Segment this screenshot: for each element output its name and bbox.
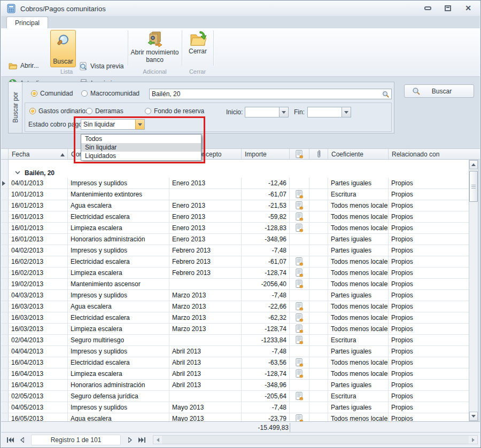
cerrar-button[interactable]: Cerrar [183, 30, 212, 55]
radio-icon [86, 108, 92, 114]
cell-coeficiente: Escritura [328, 335, 389, 346]
row-indicator-cell [1, 245, 9, 256]
cell-document [290, 380, 309, 391]
cell-document [290, 290, 309, 301]
vertical-scrollbar-thumb[interactable] [469, 171, 478, 202]
radio-gastos-ordinarios[interactable]: Gastos ordinarios [29, 107, 89, 115]
scroll-up-button[interactable] [469, 160, 478, 169]
cell-importe: -128,74 [242, 268, 290, 279]
table-row[interactable]: 16/01/2013 Honorarios administración Ene… [1, 234, 469, 245]
minimize-button[interactable] [423, 4, 432, 12]
next-record-button[interactable] [124, 435, 136, 445]
table-row[interactable]: 04/03/2013 Impresos y suplidos Marzo 201… [1, 290, 469, 301]
cell-concepto: Electricidad escalera [68, 256, 169, 268]
table-row[interactable]: 16/03/2013 Agua escalera Marzo 2013 -22,… [1, 301, 469, 312]
last-record-button[interactable] [136, 435, 148, 445]
abrir-movimiento-banco-button[interactable]: Abrir movimiento banco [129, 30, 181, 64]
table-row[interactable]: 16/01/2013 Electricidad escalera Enero 2… [1, 211, 469, 223]
table-row[interactable]: 04/05/2013 Impresos y suplidos Mayo 2013… [1, 402, 469, 413]
table-row[interactable]: 16/03/2013 Electricidad escalera Marzo 2… [1, 312, 469, 324]
fin-date-combo[interactable] [307, 107, 351, 117]
radio-fondo-reserva[interactable]: Fondo de reserva [145, 107, 204, 115]
close-icon: ✕ [465, 4, 471, 12]
buscar-ribbon-button[interactable]: Buscar [50, 30, 76, 67]
cell-relacionado: Propios [389, 346, 469, 357]
cell-importe: -128,74 [242, 324, 290, 335]
fin-dropdown-button[interactable] [342, 107, 351, 117]
cell-document [290, 391, 309, 402]
table-row[interactable]: 04/04/2013 Impresos y suplidos Abril 201… [1, 346, 469, 357]
cell-relacionado: Propios [389, 256, 469, 268]
app-window: Cobros/Pagos comunitarios ✕ Principal Ab… [0, 0, 481, 448]
radio-macrocomunidad[interactable]: Macrocomunidad [81, 90, 139, 97]
dropdown-item[interactable]: Sin liquidar [81, 143, 201, 152]
cell-attachment [309, 324, 328, 335]
vertical-scrollbar[interactable] [469, 160, 478, 421]
radio-derramas[interactable]: Derramas [86, 107, 123, 115]
close-button[interactable]: ✕ [464, 4, 472, 12]
table-row[interactable]: 04/02/2013 Impresos y suplidos Febrero 2… [1, 245, 469, 256]
previous-record-button[interactable] [16, 435, 28, 445]
cell-relacionado: Propios [389, 245, 469, 256]
header-importe[interactable]: Importe [242, 149, 290, 159]
header-attachment-column[interactable] [309, 149, 328, 159]
inicio-dropdown-button[interactable] [279, 107, 288, 117]
cell-coeficiente: Todos menos locales [328, 357, 389, 368]
cell-coeficiente: Partes iguales [328, 346, 389, 357]
collapse-chevron-icon[interactable] [15, 171, 20, 175]
header-filler [469, 149, 480, 159]
estado-dropdown-button[interactable] [135, 120, 144, 129]
horizontal-scrollbar[interactable] [153, 435, 478, 444]
table-row[interactable]: 16/04/2013 Honorarios administración Abr… [1, 380, 469, 391]
first-record-button[interactable] [4, 435, 16, 445]
table-row[interactable]: 16/03/2013 Limpieza escalera Marzo 2013 … [1, 324, 469, 335]
table-row[interactable]: 16/01/2013 Agua escalera Enero 2013 -21,… [1, 200, 469, 211]
header-document-column[interactable] [290, 149, 309, 159]
header-relacionado-con[interactable]: Relacionado con [389, 149, 469, 159]
cell-attachment [309, 391, 328, 402]
estado-combo[interactable]: Sin liquidar [81, 119, 145, 130]
cell-concepto: Mantenimiento ascensor [68, 279, 169, 290]
invoice-icon [296, 302, 304, 311]
cell-document [290, 324, 309, 335]
group-row[interactable]: Bailén, 20 [1, 168, 469, 178]
grid-header: Fecha Concepto Mes en concepto Importe C… [1, 148, 480, 160]
cell-relacionado: Propios [389, 200, 469, 211]
row-indicator-cell [1, 256, 9, 268]
cell-concepto: Honorarios administración [68, 234, 169, 245]
table-row[interactable]: 16/02/2013 Electricidad escalera Febrero… [1, 256, 469, 268]
radio-icon [145, 108, 151, 114]
header-coeficiente[interactable]: Coeficiente [328, 149, 389, 159]
table-row[interactable]: 16/01/2013 Limpieza escalera Enero 2013 … [1, 223, 469, 234]
table-row[interactable]: 10/01/2013 Mantenimiento extintores -61,… [1, 189, 469, 200]
community-input[interactable]: Bailén, 20 [149, 89, 392, 99]
next-record-icon [128, 437, 132, 443]
table-row[interactable]: 02/04/2013 Seguro multiriesgo -1233,84 E… [1, 335, 469, 346]
scroll-left-button[interactable] [153, 436, 162, 444]
cell-coeficiente: Partes iguales [328, 380, 389, 391]
table-row[interactable]: 16/05/2013 Agua escalera Mayo 2013 -23,7… [1, 413, 469, 421]
table-row[interactable]: 19/02/2013 Mantenimiento ascensor -2056,… [1, 279, 469, 290]
tab-principal[interactable]: Principal [6, 17, 48, 29]
scroll-down-button[interactable] [469, 412, 478, 421]
table-row[interactable]: 16/02/2013 Limpieza escalera Febrero 201… [1, 268, 469, 279]
buscar-panel-button[interactable]: Buscar [404, 84, 474, 98]
inicio-date-combo[interactable] [245, 107, 289, 117]
radio-comunidad[interactable]: Comunidad [31, 90, 73, 97]
table-row[interactable]: 16/04/2013 Electricidad escalera Abril 2… [1, 357, 469, 368]
table-row[interactable]: 16/04/2013 Limpieza escalera Abril 2013 … [1, 368, 469, 380]
table-row[interactable]: 04/01/2013 Impresos y suplidos Enero 201… [1, 178, 469, 189]
cell-mes: Abril 2013 [169, 368, 242, 380]
table-row[interactable]: 02/05/2013 Seguro defensa jurídica -205,… [1, 391, 469, 402]
cell-attachment [309, 178, 328, 189]
maximize-button[interactable] [444, 4, 452, 12]
header-fecha[interactable]: Fecha [9, 149, 68, 159]
cell-mes: Enero 2013 [169, 200, 242, 211]
cell-mes: Mayo 2013 [169, 402, 242, 413]
scroll-right-button[interactable] [469, 436, 477, 444]
cell-mes: Abril 2013 [169, 346, 242, 357]
dropdown-item[interactable]: Liquidados [81, 152, 201, 160]
field-search-icon[interactable] [382, 91, 390, 98]
cell-relacionado: Propios [389, 279, 469, 290]
dropdown-item[interactable]: Todos [81, 135, 201, 143]
